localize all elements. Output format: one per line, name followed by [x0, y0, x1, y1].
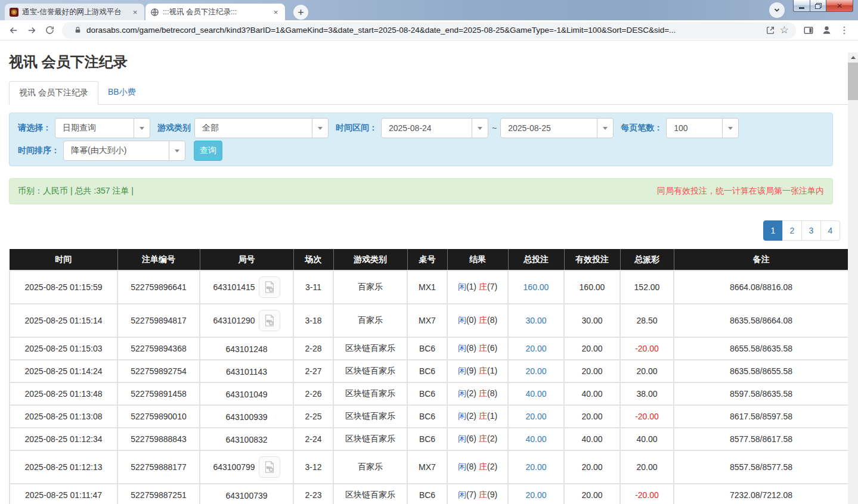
- cell-time: 2025-08-25 01:12:13: [10, 450, 117, 484]
- cell-game-type: 区块链百家乐: [333, 337, 407, 360]
- result-player-label: 闲: [458, 315, 466, 325]
- side-panel-icon[interactable]: [800, 22, 817, 39]
- video-replay-button[interactable]: [259, 310, 280, 331]
- cell-table-no: BC6: [407, 337, 447, 360]
- cell-round-id: 643100799: [200, 450, 293, 484]
- page-size-select[interactable]: 100: [666, 118, 739, 138]
- select-type-label: 请选择：: [18, 123, 51, 133]
- back-icon[interactable]: [5, 22, 22, 39]
- cell-bet-id: 522759888177: [117, 450, 200, 484]
- total-bet-link[interactable]: 20.00: [525, 462, 546, 472]
- tab-bb-tip[interactable]: BB小费: [98, 81, 145, 104]
- cell-time: 2025-08-25 01:13:48: [10, 382, 117, 405]
- globe-favicon-icon: [150, 7, 159, 17]
- window-restore-button[interactable]: [810, 0, 826, 12]
- cell-bet-id: 522759888843: [117, 428, 200, 450]
- cell-bet-id: 522759890010: [117, 405, 200, 428]
- cell-valid-bet: 20.00: [564, 484, 620, 504]
- window-minimize-button[interactable]: [793, 0, 810, 12]
- result-banker-count: (2): [487, 434, 497, 443]
- cell-session: 2-26: [293, 382, 333, 405]
- cell-result: 闲(2)庄(8): [447, 382, 508, 405]
- forward-icon[interactable]: [23, 22, 40, 39]
- cell-time: 2025-08-25 01:12:34: [10, 428, 117, 450]
- date-start-input[interactable]: 2025-08-24: [381, 118, 488, 138]
- total-bet-link[interactable]: 20.00: [525, 412, 546, 421]
- browser-menu-icon[interactable]: ⋮: [836, 22, 853, 39]
- total-bet-link[interactable]: 30.00: [525, 316, 546, 325]
- reload-icon[interactable]: [41, 22, 58, 39]
- search-button[interactable]: 查询: [194, 141, 222, 161]
- result-banker-count: (1): [487, 366, 497, 375]
- cell-round-id: 643100739: [200, 484, 293, 504]
- page-content: 视讯 会员下注纪录 视讯 会员下注纪录 BB小费 请选择： 日期查询 游戏类别 …: [0, 52, 858, 504]
- col-header-session: 场次: [293, 249, 333, 270]
- col-header-valid-bet: 有效投注: [564, 249, 620, 270]
- new-tab-button[interactable]: +: [293, 5, 308, 20]
- cell-total-bet: 20.00: [508, 450, 564, 484]
- tab-bet-records[interactable]: 视讯 会员下注纪录: [9, 81, 98, 105]
- cell-round-id: 643101143: [200, 360, 293, 382]
- cell-valid-bet: 20.00: [564, 405, 620, 428]
- result-banker-label: 庄: [479, 388, 487, 398]
- address-bar[interactable]: dorasabs.com/game/betrecord_search/kind3…: [62, 22, 796, 39]
- result-player-label: 闲: [458, 343, 466, 353]
- cell-table-no: BC6: [407, 484, 447, 504]
- cell-session: 2-25: [293, 405, 333, 428]
- total-bet-link[interactable]: 20.00: [525, 344, 546, 353]
- cell-session: 2-23: [293, 484, 333, 504]
- vertical-scrollbar[interactable]: [848, 52, 858, 504]
- cell-round-id: 643101290: [200, 304, 293, 337]
- result-banker-count: (7): [487, 282, 497, 291]
- scrollbar-thumb[interactable]: [848, 63, 858, 100]
- total-bet-link[interactable]: 40.00: [525, 389, 546, 399]
- sort-select[interactable]: 降幂(由大到小): [63, 141, 185, 161]
- cell-total-bet: 20.00: [508, 360, 564, 382]
- cell-session: 2-27: [293, 360, 333, 382]
- summary-bar: 币别：人民币 | 总共 :357 注单 | 同局有效投注，统一计算在该局第一张注…: [9, 178, 833, 204]
- cell-remark: 8635.58/8655.58: [674, 360, 848, 382]
- total-bet-link[interactable]: 160.00: [524, 282, 549, 292]
- date-end-input[interactable]: 2025-08-25: [500, 118, 614, 138]
- cell-bet-id: 522759891458: [117, 382, 200, 405]
- pagination-page-2[interactable]: 2: [782, 220, 802, 241]
- cell-time: 2025-08-25 01:11:47: [10, 484, 117, 504]
- browser-tab-active[interactable]: :::视讯 会员下注纪录::: ×: [145, 4, 285, 20]
- cell-session: 2-24: [293, 428, 333, 450]
- tab-close-icon[interactable]: ×: [130, 7, 140, 17]
- pagination-page-4[interactable]: 4: [820, 220, 840, 241]
- profile-avatar-icon[interactable]: [818, 22, 835, 39]
- game-type-select[interactable]: 全部: [194, 118, 329, 138]
- share-icon[interactable]: [766, 26, 775, 35]
- total-bet-link[interactable]: 40.00: [525, 434, 546, 444]
- cell-total-payout: 38.00: [620, 382, 674, 405]
- tab-search-chevron-icon[interactable]: [769, 2, 785, 18]
- pagination-page-1[interactable]: 1: [763, 220, 783, 241]
- scroll-up-icon[interactable]: [848, 52, 858, 63]
- cell-time: 2025-08-25 01:13:08: [10, 405, 117, 428]
- cell-bet-id: 522759892754: [117, 360, 200, 382]
- cell-bet-id: 522759887251: [117, 484, 200, 504]
- result-player-label: 闲: [458, 411, 466, 421]
- cell-valid-bet: 40.00: [564, 382, 620, 405]
- cell-round-id: 643100939: [200, 405, 293, 428]
- result-player-label: 闲: [458, 282, 466, 291]
- browser-tab-inactive[interactable]: 通宝-信誉最好的网上游戏平台 ×: [5, 4, 144, 20]
- window-close-button[interactable]: ✕: [826, 0, 853, 12]
- tab-close-icon[interactable]: ×: [271, 7, 281, 17]
- total-bet-link[interactable]: 20.00: [525, 490, 546, 500]
- video-replay-button[interactable]: [259, 276, 280, 298]
- page-tabs: 视讯 会员下注纪录 BB小费: [9, 81, 848, 105]
- cell-total-payout: 40.00: [620, 428, 674, 450]
- query-type-select[interactable]: 日期查询: [55, 118, 150, 138]
- result-banker-label: 庄: [479, 434, 487, 443]
- page-title: 视讯 会员下注纪录: [9, 52, 848, 71]
- bookmark-star-icon[interactable]: ☆: [780, 25, 789, 35]
- cell-session: 3-12: [293, 450, 333, 484]
- pagination-page-3[interactable]: 3: [801, 220, 821, 241]
- cell-round-id: 643101248: [200, 337, 293, 360]
- result-player-count: (8): [466, 343, 476, 353]
- table-row: 2025-08-25 01:13:08522759890010643100939…: [10, 405, 848, 428]
- video-replay-button[interactable]: [259, 456, 280, 478]
- total-bet-link[interactable]: 20.00: [525, 366, 546, 376]
